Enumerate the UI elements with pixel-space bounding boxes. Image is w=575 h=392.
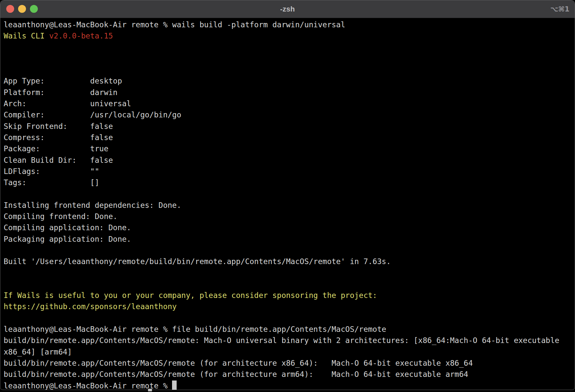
terminal-line: Packaging application: Done.	[4, 233, 571, 245]
terminal-line: x86_64] [arm64]	[4, 346, 571, 357]
terminal-text-segment: Packaging application: Done.	[4, 235, 131, 243]
terminal-line	[4, 245, 571, 256]
terminal-text-segment: Compiling application: Done.	[4, 223, 131, 232]
terminal-line: LDFlags: ""	[4, 166, 571, 177]
terminal-line: Arch: universal	[4, 98, 571, 109]
terminal-line: leaanthony@Leas-MacBook-Air remote % fil…	[4, 324, 571, 335]
terminal-text-segment: App Type: desktop	[4, 77, 122, 85]
terminal-text-segment: Platform: darwin	[4, 88, 117, 97]
terminal-line: build/bin/remote.app/Contents/MacOS/remo…	[4, 335, 571, 346]
terminal-text-segment: Compress: false	[4, 133, 113, 142]
terminal-text-segment: v2.0.0-beta.15	[49, 32, 113, 40]
titlebar[interactable]: -zsh ⌥⌘1	[0, 0, 575, 18]
terminal-text-segment: leaanthony@Leas-MacBook-Air remote % wai…	[4, 20, 345, 29]
terminal-line: Compress: false	[4, 132, 571, 143]
terminal-line: Built '/Users/leaanthony/remote/build/bi…	[4, 256, 571, 267]
terminal-text-segment: Wails CLI	[4, 32, 49, 40]
terminal-text-segment: Package: true	[4, 144, 109, 153]
terminal-output[interactable]: leaanthony@Leas-MacBook-Air remote % wai…	[0, 18, 575, 390]
terminal-line	[4, 267, 571, 279]
desktop-background: -zsh ⌥⌘1 leaanthony@Leas-MacBook-Air rem…	[0, 0, 575, 392]
terminal-text-segment: x86_64] [arm64]	[4, 348, 72, 356]
terminal-line: Platform: darwin	[4, 87, 571, 98]
terminal-line	[4, 53, 571, 64]
terminal-line: Installing frontend dependencies: Done.	[4, 200, 571, 211]
terminal-text-segment: Tags: []	[4, 178, 99, 187]
terminal-text-segment: Compiler: /usr/local/go/bin/go	[4, 110, 181, 119]
terminal-text-segment: Clean Build Dir: false	[4, 156, 113, 164]
terminal-line	[4, 42, 571, 53]
terminal-line: Clean Build Dir: false	[4, 155, 571, 166]
terminal-line: build/bin/remote.app/Contents/MacOS/remo…	[4, 357, 571, 369]
terminal-line	[4, 64, 571, 75]
terminal-text-segment: Arch: universal	[4, 99, 131, 108]
terminal-line: Wails CLI v2.0.0-beta.15	[4, 30, 571, 41]
tab-shortcut-badge: ⌥⌘1	[550, 0, 569, 18]
terminal-line: Compiler: /usr/local/go/bin/go	[4, 109, 571, 120]
terminal-window: -zsh ⌥⌘1 leaanthony@Leas-MacBook-Air rem…	[0, 0, 575, 390]
terminal-line: build/bin/remote.app/Contents/MacOS/remo…	[4, 369, 571, 380]
terminal-line: Package: true	[4, 143, 571, 154]
terminal-text-segment: build/bin/remote.app/Contents/MacOS/remo…	[4, 336, 559, 345]
terminal-line: If Wails is useful to you or your compan…	[4, 290, 571, 301]
terminal-line: Compiling application: Done.	[4, 222, 571, 233]
terminal-text-segment: leaanthony@Leas-MacBook-Air remote %	[4, 381, 172, 390]
terminal-line: leaanthony@Leas-MacBook-Air remote %	[4, 380, 571, 390]
terminal-line	[4, 312, 571, 324]
terminal-text-segment: build/bin/remote.app/Contents/MacOS/remo…	[4, 370, 468, 379]
terminal-line: Tags: []	[4, 177, 571, 188]
terminal-line: leaanthony@Leas-MacBook-Air remote % wai…	[4, 19, 571, 30]
terminal-text-segment: Installing frontend dependencies: Done.	[4, 201, 181, 209]
terminal-line: App Type: desktop	[4, 75, 571, 86]
background-window-fragment	[148, 389, 152, 391]
terminal-text-segment: build/bin/remote.app/Contents/MacOS/remo…	[4, 359, 473, 367]
window-title: -zsh	[0, 0, 575, 18]
terminal-line	[4, 279, 571, 290]
terminal-text-segment: https://github.com/sponsors/leaanthony	[4, 302, 177, 311]
terminal-line	[4, 188, 571, 199]
background-window-sliver	[0, 390, 575, 392]
terminal-text-segment: leaanthony@Leas-MacBook-Air remote % fil…	[4, 325, 386, 333]
terminal-line: Skip Frontend: false	[4, 121, 571, 132]
terminal-text-segment: LDFlags: ""	[4, 167, 99, 176]
terminal-line: https://github.com/sponsors/leaanthony	[4, 301, 571, 312]
terminal-cursor	[172, 380, 177, 390]
terminal-line: Compiling frontend: Done.	[4, 211, 571, 222]
terminal-text-segment: Compiling frontend: Done.	[4, 212, 117, 221]
terminal-text-segment: Skip Frontend: false	[4, 122, 113, 131]
terminal-text-segment: Built '/Users/leaanthony/remote/build/bi…	[4, 257, 391, 266]
terminal-text-segment: If Wails is useful to you or your compan…	[4, 291, 377, 300]
